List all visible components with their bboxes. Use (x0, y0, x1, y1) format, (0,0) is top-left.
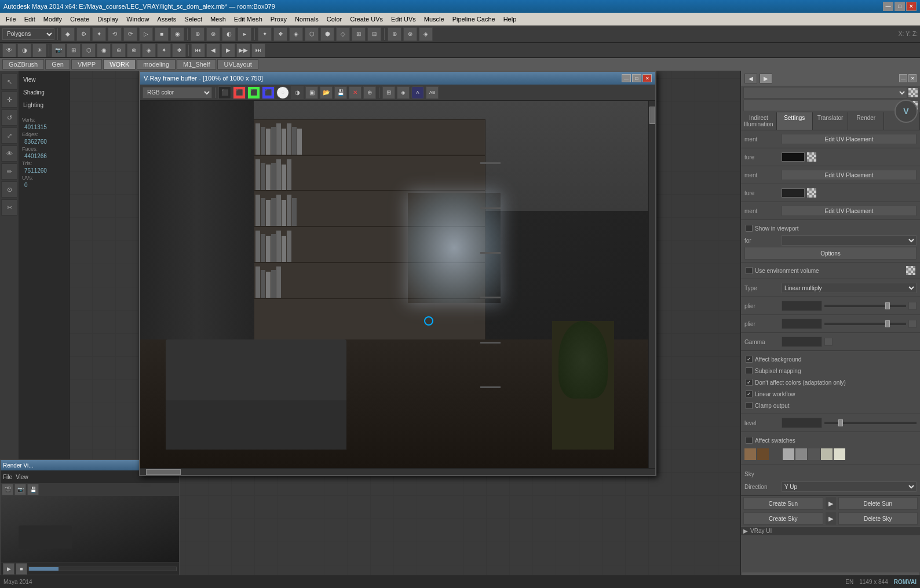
scrollbar-thumb[interactable] (649, 107, 655, 124)
vt-btn-5[interactable]: ○ (276, 86, 289, 99)
vt-btn-7[interactable]: ▣ (305, 86, 318, 99)
tab-vmpp[interactable]: VMPP (71, 59, 102, 70)
tool-18[interactable]: ◇ (336, 27, 350, 41)
tool-17[interactable]: ⬢ (320, 27, 334, 41)
vt-btn-12[interactable]: ◈ (397, 86, 410, 99)
playback-play[interactable]: ▶ (221, 43, 235, 57)
hscrollbar-thumb[interactable] (146, 469, 181, 475)
left-tool-cut[interactable]: ✂ (1, 199, 17, 216)
menu-window[interactable]: Window (123, 14, 152, 24)
rp-header-btn2[interactable]: ▶ (760, 74, 772, 83)
menu-help[interactable]: Help (500, 14, 520, 24)
menu-mesh[interactable]: Mesh (207, 14, 229, 24)
delete-sun-btn[interactable]: Delete Sun (838, 497, 918, 510)
magnet-icon[interactable]: ◉ (97, 43, 111, 57)
vt-btn-3[interactable]: ⬛ (247, 86, 260, 99)
level-input[interactable]: 1.000 (782, 418, 822, 428)
tool-16[interactable]: ⬡ (305, 27, 319, 41)
level-thumb[interactable] (838, 419, 843, 426)
tool-14[interactable]: ❖ (273, 27, 287, 41)
direction-select[interactable]: Y Up (782, 481, 917, 492)
tab-settings[interactable]: Settings (777, 112, 813, 130)
shade-icon[interactable]: ◑ (17, 43, 31, 57)
vt-btn-4[interactable]: ⬛ (262, 86, 275, 99)
tool2-5[interactable]: ⊕ (112, 43, 126, 57)
create-sky-btn[interactable]: Create Sky (743, 512, 823, 525)
light-icon[interactable]: ☀ (32, 43, 46, 57)
menu-display[interactable]: Display (94, 14, 122, 24)
menu-proxy[interactable]: Proxy (267, 14, 290, 24)
tool-12[interactable]: ▸ (238, 27, 251, 41)
left-tool-scale[interactable]: ⤢ (1, 127, 17, 144)
tool-8[interactable]: ◉ (170, 27, 184, 41)
rp-dropdown-1[interactable] (743, 87, 907, 98)
maximize-button[interactable]: □ (895, 2, 905, 11)
playback-next[interactable]: ▶▶ (236, 43, 250, 57)
edit-uv-btn-1[interactable]: Edit UV Placement (782, 134, 917, 144)
clamp-output-checkbox[interactable] (746, 402, 753, 409)
sr-icon-3[interactable]: 💾 (27, 484, 39, 495)
tab-uvlayout[interactable]: UVLayout (217, 59, 258, 70)
affect-swatches-checkbox[interactable] (746, 437, 753, 444)
tool-20[interactable]: ⊟ (367, 27, 381, 41)
vray-maximize[interactable]: □ (632, 74, 641, 82)
tool2-6[interactable]: ⊗ (127, 43, 141, 57)
menu-select[interactable]: Select (181, 14, 206, 24)
sr-icon-1[interactable]: 🎬 (2, 484, 13, 495)
play-btn[interactable]: ▶ (3, 563, 14, 575)
left-tool-lasso[interactable]: ⊙ (1, 181, 17, 198)
rp-close[interactable]: ✕ (908, 74, 917, 82)
tab-translator[interactable]: Translator (813, 112, 849, 130)
mult2-icon[interactable] (908, 320, 917, 328)
gamma-icon[interactable] (824, 338, 833, 346)
tool-1[interactable]: ◆ (61, 27, 75, 41)
cam-icon[interactable]: 📷 (52, 43, 65, 57)
rp-header-btn1[interactable]: ◀ (744, 74, 757, 83)
mult2-slider[interactable] (824, 323, 906, 325)
lighting-menu[interactable]: Lighting (21, 98, 67, 111)
subpixel-checkbox[interactable] (746, 367, 753, 374)
level-slider[interactable] (824, 422, 917, 424)
stop-btn[interactable]: ■ (16, 563, 27, 575)
tab-gozbrush[interactable]: GoZBrush (2, 59, 44, 70)
tool2-9[interactable]: ❖ (172, 43, 186, 57)
tool-2[interactable]: ⚙ (76, 27, 90, 41)
create-sun-btn[interactable]: Create Sun (743, 497, 823, 510)
dont-affect-checkbox[interactable] (746, 379, 753, 386)
options-button[interactable]: Options (744, 247, 917, 260)
playback-start[interactable]: ⏮ (191, 43, 205, 57)
left-tool-rotate[interactable]: ↺ (1, 109, 17, 126)
menu-assets[interactable]: Assets (154, 14, 180, 24)
tool-3[interactable]: ✦ (92, 27, 106, 41)
tool-6[interactable]: ▷ (139, 27, 153, 41)
channel-select[interactable]: RGB color (143, 87, 212, 98)
tab-gen[interactable]: Gen (45, 59, 70, 70)
tool-9[interactable]: ⊕ (191, 27, 205, 41)
linear-workflow-checkbox[interactable] (746, 390, 753, 397)
vt-btn-1[interactable]: ⬛ (218, 86, 231, 99)
vt-btn-11[interactable]: ⊞ (382, 86, 395, 99)
env-volume-checkbox[interactable] (746, 267, 753, 274)
menu-create-uvs[interactable]: Create UVs (346, 14, 386, 24)
delete-sky-btn[interactable]: Delete Sky (838, 512, 918, 525)
tool-15[interactable]: ◈ (289, 27, 303, 41)
grid-icon[interactable]: ⊞ (67, 43, 81, 57)
menu-normals[interactable]: Normals (291, 14, 322, 24)
left-tool-select[interactable]: ↖ (1, 74, 17, 90)
vt-btn-13[interactable]: A (411, 86, 424, 99)
vray-vertical-scrollbar[interactable] (648, 101, 655, 468)
menu-muscle[interactable]: Muscle (421, 14, 448, 24)
tool-21[interactable]: ⊕ (388, 27, 401, 41)
view-icon[interactable]: 👁 (2, 43, 16, 57)
tab-modeling[interactable]: modeling (137, 59, 176, 70)
view-menu[interactable]: View (21, 73, 67, 86)
left-tool-show[interactable]: 👁 (1, 145, 17, 162)
vt-btn-8[interactable]: 📂 (320, 86, 333, 99)
tool-19[interactable]: ⊞ (352, 27, 366, 41)
type-select[interactable]: Linear multiply (782, 283, 917, 293)
vt-btn-6[interactable]: ◑ (291, 86, 304, 99)
menu-create[interactable]: Create (67, 14, 93, 24)
sr-icon-2[interactable]: 📷 (14, 484, 26, 495)
menu-edit-uvs[interactable]: Edit UVs (388, 14, 419, 24)
small-render-file[interactable]: File (3, 474, 12, 480)
